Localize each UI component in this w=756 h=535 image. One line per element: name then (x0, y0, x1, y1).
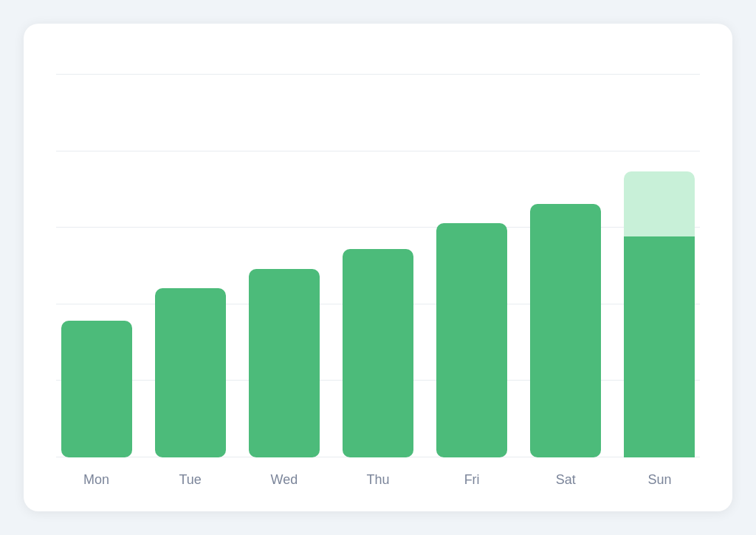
bar-column (432, 132, 512, 457)
bar-actual (61, 321, 132, 457)
grid-line (56, 74, 700, 75)
bar-column (337, 132, 418, 457)
axis-label-sat: Sat (526, 472, 606, 488)
bar-actual (343, 249, 413, 457)
chart-area: MonTueWedThuFriSatSun (56, 74, 700, 488)
bar-column (244, 132, 324, 457)
bar-actual (530, 204, 601, 457)
bar-column (56, 132, 137, 457)
axis-label-mon: Mon (56, 472, 137, 488)
bar-target-extension (624, 171, 695, 236)
bar-actual (436, 223, 507, 457)
bar-column (619, 132, 700, 457)
bars-and-grid (56, 74, 700, 457)
bar-actual (155, 288, 226, 457)
axis-label-sun: Sun (619, 472, 700, 488)
bar-column (150, 132, 230, 457)
axis-label-thu: Thu (337, 472, 418, 488)
bar-column (526, 132, 606, 457)
bars-row (56, 132, 700, 457)
card: MonTueWedThuFriSatSun (24, 24, 732, 511)
axis-label-wed: Wed (244, 472, 324, 488)
axis-labels: MonTueWedThuFriSatSun (56, 465, 700, 488)
bar-actual (624, 236, 695, 457)
bar-actual (249, 269, 320, 457)
axis-label-tue: Tue (150, 472, 230, 488)
axis-label-fri: Fri (432, 472, 512, 488)
